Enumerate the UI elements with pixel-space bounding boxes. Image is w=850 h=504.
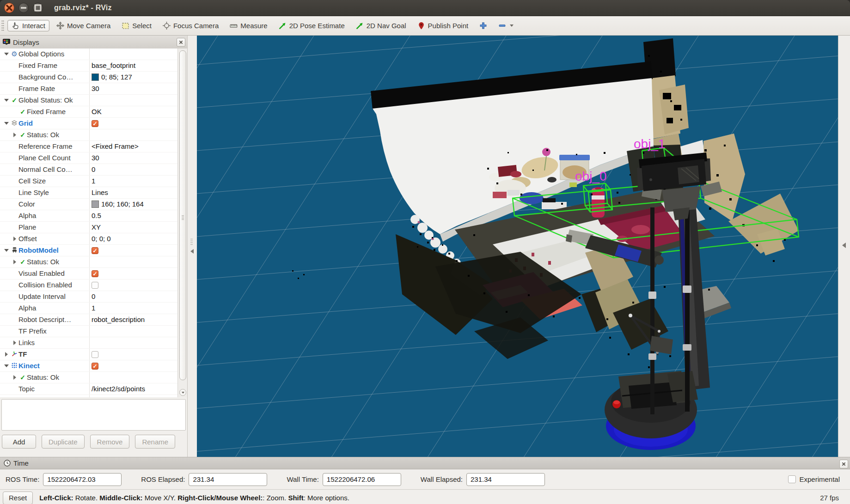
tree-row[interactable]: Grid✓ [0, 118, 178, 129]
tree-row[interactable]: Links [0, 337, 178, 349]
experimental-checkbox[interactable] [788, 475, 796, 483]
tree-row[interactable]: Reference Frame<Fixed Frame> [0, 141, 178, 152]
expander-icon[interactable] [3, 352, 10, 357]
expander-icon[interactable] [3, 249, 10, 252]
right-panel-splitter[interactable] [838, 36, 850, 457]
3d-viewport[interactable]: obj_0 obj_1 [197, 36, 838, 457]
tree-row[interactable]: Topic/kinect2/sd/points [0, 383, 178, 395]
tree-row[interactable]: PlaneXY [0, 222, 178, 233]
tool-remove-tool[interactable] [494, 20, 518, 31]
time-close-button[interactable] [839, 460, 848, 468]
tree-row[interactable]: Color160; 160; 164 [0, 199, 178, 210]
tree-row[interactable]: RobotModel✓ [0, 245, 178, 256]
tree-row[interactable]: ✓Status: Ok [0, 129, 178, 141]
kinect-icon [10, 360, 18, 371]
status-ok-icon: ✓ [18, 129, 27, 140]
status-ok-icon: ✓ [18, 256, 27, 267]
ros-elapsed-label: ROS Elapsed: [141, 475, 185, 483]
displays-close-button[interactable] [177, 38, 185, 47]
help-text: Left-Click: Rotate. Middle-Click: Move X… [39, 494, 349, 502]
tree-row[interactable]: Background Co…0; 85; 127 [0, 72, 178, 83]
tree-row[interactable]: ⚙Global Options [0, 49, 178, 60]
expander-icon[interactable] [11, 375, 18, 380]
wall-elapsed-input[interactable] [466, 473, 545, 486]
row-checkbox[interactable]: ✓ [92, 247, 98, 254]
tool-move-camera[interactable]: Move Camera [52, 20, 115, 31]
close-button[interactable] [4, 3, 14, 13]
row-label: Kinect [18, 360, 40, 371]
color-swatch [92, 73, 99, 81]
tree-row[interactable]: Cell Size1 [0, 176, 178, 187]
panel-splitter[interactable] [188, 36, 197, 457]
duplicate-button[interactable]: Duplicate [42, 435, 85, 449]
expander-icon[interactable] [3, 99, 10, 102]
tree-row[interactable]: Robot Descript…robot_description [0, 314, 178, 326]
hand-icon [12, 22, 19, 30]
tool-interact[interactable]: Interact [7, 20, 49, 31]
tree-row[interactable]: Alpha1 [0, 303, 178, 314]
row-checkbox[interactable] [92, 351, 98, 358]
gear-icon: ⚙ [10, 49, 18, 60]
row-checkbox[interactable] [92, 282, 98, 289]
displays-panel-header[interactable]: Displays [0, 36, 187, 49]
scrollbar-down-icon[interactable] [179, 389, 186, 396]
toolbar-drag-handle[interactable] [1, 20, 4, 32]
tree-row[interactable]: Plane Cell Count30 [0, 152, 178, 164]
remove-button[interactable]: Remove [90, 435, 130, 449]
scrollbar-thumb[interactable] [179, 50, 186, 380]
tool-select[interactable]: Select [117, 20, 156, 31]
tree-row[interactable]: Fixed Framebase_footprint [0, 60, 178, 72]
row-label: Reference Frame [18, 141, 73, 152]
tree-row[interactable]: ✓Status: Ok [0, 372, 178, 383]
tree-row[interactable]: Visual Enabled✓ [0, 268, 178, 279]
expander-icon[interactable] [3, 122, 10, 125]
tree-row[interactable]: Normal Cell Co…0 [0, 164, 178, 176]
expander-icon[interactable] [11, 133, 18, 137]
expander-icon[interactable] [3, 364, 10, 367]
tree-row[interactable]: TF [0, 349, 178, 360]
tool-measure[interactable]: Measure [226, 20, 271, 31]
tree-row[interactable]: Update Interval0 [0, 291, 178, 303]
tool-focus-camera[interactable]: Focus Camera [159, 20, 223, 31]
tree-scrollbar[interactable] [177, 49, 187, 397]
experimental-label: Experimental [799, 475, 840, 483]
splitter-grip-icon [190, 239, 193, 245]
row-checkbox[interactable]: ✓ [92, 270, 98, 277]
monitor-icon [3, 39, 10, 45]
row-checkbox[interactable]: ✓ [92, 363, 98, 370]
tree-row[interactable]: TF Prefix [0, 326, 178, 337]
expander-icon[interactable] [3, 53, 10, 55]
displays-panel: Displays ⚙Global OptionsFixed Framebase_… [0, 36, 188, 457]
ros-time-input[interactable] [43, 473, 122, 486]
tree-row[interactable]: ✓Global Status: Ok [0, 95, 178, 106]
tool-2d-pose-estimate[interactable]: 2D Pose Estimate [275, 20, 349, 31]
tool-add-tool[interactable] [475, 20, 491, 31]
minimize-button[interactable] [18, 3, 29, 13]
time-panel-header[interactable]: Time [0, 457, 850, 469]
tree-row[interactable]: Unreliable [0, 395, 178, 397]
window-titlebar[interactable]: grab.rviz* - RViz [0, 0, 850, 16]
row-checkbox[interactable]: ✓ [92, 120, 98, 127]
tree-row[interactable]: ✓Status: Ok [0, 256, 178, 268]
tree-row[interactable]: ✓Fixed FrameOK [0, 106, 178, 118]
expander-icon[interactable] [11, 237, 18, 241]
reset-button[interactable]: Reset [3, 492, 33, 504]
ros-elapsed-input[interactable] [189, 473, 267, 486]
tree-row[interactable]: Offset0; 0; 0 [0, 233, 178, 245]
maximize-button[interactable] [33, 3, 43, 13]
tool-2d-nav-goal[interactable]: 2D Nav Goal [352, 20, 410, 31]
tool-publish-point[interactable]: Publish Point [413, 20, 473, 31]
rename-button[interactable]: Rename [135, 435, 175, 449]
displays-panel-title: Displays [13, 38, 39, 46]
tree-row[interactable]: Kinect✓ [0, 360, 178, 372]
row-checkbox[interactable] [92, 397, 98, 398]
tree-row[interactable]: Alpha0.5 [0, 210, 178, 222]
tree-row[interactable]: Frame Rate30 [0, 83, 178, 95]
add-button[interactable]: Add [2, 435, 36, 449]
tree-row[interactable]: Collision Enabled [0, 279, 178, 291]
expander-icon[interactable] [11, 260, 18, 264]
experimental-option[interactable]: Experimental [788, 475, 840, 483]
wall-time-input[interactable] [323, 473, 401, 486]
tree-row[interactable]: Line StyleLines [0, 187, 178, 199]
expander-icon[interactable] [11, 340, 18, 345]
